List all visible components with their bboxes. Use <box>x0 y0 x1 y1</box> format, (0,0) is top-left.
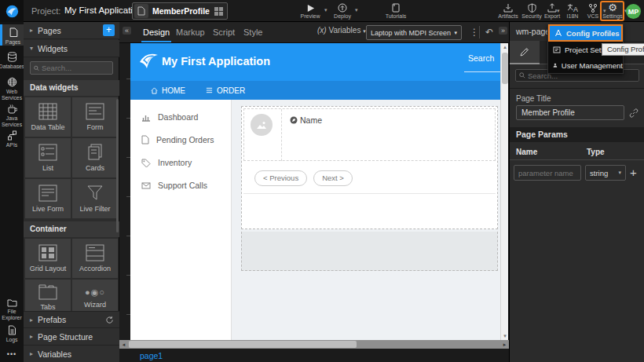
expanded-arrow-icon: ▾ <box>30 45 33 52</box>
param-name-input[interactable] <box>514 165 581 181</box>
data-widgets-grid: Data Table Form List Cards Live Form Liv… <box>25 97 118 218</box>
menu-item-dashboard[interactable]: Dashboard <box>141 112 198 122</box>
add-param-button[interactable]: + <box>630 166 637 179</box>
page-tab-page1[interactable]: page1 <box>140 351 163 360</box>
rail-item-web-services[interactable]: Web Services <box>0 74 24 102</box>
rail-more-button[interactable]: ••• <box>0 347 24 360</box>
canvas-vertical-scrollbar[interactable]: ▴ ▾ <box>500 43 508 340</box>
widget-live-filter[interactable]: Live Filter <box>72 179 118 218</box>
undo-button[interactable]: ↶ <box>485 27 493 38</box>
wavemaker-studio: Project: My First Application › MemberPr… <box>0 0 644 362</box>
rail-item-file-explorer[interactable]: File Explorer <box>0 295 24 322</box>
scroll-down-icon[interactable]: ▾ <box>501 332 509 340</box>
image-placeholder-icon <box>256 120 267 130</box>
settings-button[interactable]: ⚙ Settings <box>601 0 624 22</box>
envelope-icon <box>141 182 151 189</box>
prefabs-section-header[interactable]: ▸ Prefabs <box>24 311 119 328</box>
more-options-kebab-icon[interactable]: ⋮ <box>470 27 479 38</box>
collapse-panel-button[interactable]: « <box>123 27 131 35</box>
search-icon <box>34 65 39 71</box>
tab-design[interactable]: Design <box>141 22 171 42</box>
widget-search-input[interactable] <box>42 64 109 72</box>
tab-markup[interactable]: Markup <box>174 22 207 42</box>
scroll-right-icon[interactable]: ▸ <box>500 340 509 349</box>
page-structure-section-header[interactable]: ▸ Page Structure <box>24 328 119 346</box>
preview-chevron-icon[interactable]: ▾ <box>324 7 327 13</box>
deploy-button[interactable]: Deploy <box>330 0 355 22</box>
widget-form[interactable]: Form <box>72 97 118 137</box>
app-search-underline <box>464 71 500 72</box>
scroll-left-icon[interactable]: ◂ <box>119 340 128 349</box>
app-search-label[interactable]: Search <box>468 53 494 63</box>
scroll-up-icon[interactable]: ▴ <box>501 43 509 51</box>
canvas-horizontal-scrollbar[interactable]: ◂ ▸ <box>119 340 509 349</box>
menu-item-pending-orders[interactable]: Pending Orders <box>141 135 214 144</box>
widget-search[interactable] <box>30 61 113 75</box>
widget-live-form[interactable]: Live Form <box>25 179 71 218</box>
refresh-icon[interactable] <box>105 316 114 324</box>
wavemaker-logo[interactable] <box>0 0 24 22</box>
deploy-chevron-icon[interactable]: ▾ <box>355 7 358 13</box>
i18n-button[interactable]: A I18N <box>561 0 584 22</box>
page-title-input[interactable] <box>516 105 624 120</box>
data-table-icon <box>38 103 57 120</box>
search-icon <box>519 72 525 79</box>
tab-style[interactable]: Style <box>242 22 264 42</box>
page-tabs-bar: page1 <box>119 349 509 362</box>
properties-edit-tab[interactable] <box>510 41 540 64</box>
widget-data-table[interactable]: Data Table <box>25 97 71 137</box>
pages-section-header[interactable]: ▸ Pages + <box>24 22 119 39</box>
footer-placeholder[interactable] <box>241 232 498 271</box>
wizard-icon: ●◉○ <box>85 287 105 298</box>
list-widget-container[interactable]: Name < Previous Next > <box>241 106 498 229</box>
horizontal-scroll-thumb[interactable] <box>129 341 357 348</box>
add-page-button[interactable]: + <box>103 24 115 36</box>
menu-item-support-calls[interactable]: Support Calls <box>141 181 207 190</box>
form-icon <box>86 103 104 120</box>
preview-button[interactable]: Preview <box>297 0 324 22</box>
variables-button[interactable]: (x) Variables ▾ <box>317 26 366 35</box>
app-nav-bar: HOME ORDER <box>130 81 500 100</box>
rail-item-pages[interactable]: Pages <box>0 24 24 46</box>
panel-scrollbar[interactable] <box>116 99 119 232</box>
next-button[interactable]: Next > <box>313 170 353 186</box>
widget-list[interactable]: List <box>25 138 71 177</box>
user-avatar[interactable]: MP <box>626 4 641 19</box>
menu-item-inventory[interactable]: Inventory <box>141 158 192 167</box>
device-select[interactable]: Laptop with MDPI Screen ▾ <box>366 25 462 40</box>
rail-item-databases[interactable]: Databases <box>0 49 24 70</box>
page-title-label: Page Title <box>516 94 551 103</box>
variables-section-header[interactable]: ▸ Variables <box>24 346 119 362</box>
widget-cards[interactable]: Cards <box>72 138 118 177</box>
rail-item-logs[interactable]: Logs <box>0 322 24 343</box>
collapse-right-panel-button[interactable]: » <box>499 27 507 35</box>
tutorials-button[interactable]: Tutorials <box>382 0 410 22</box>
menu-item-user-management[interactable]: User Management <box>548 57 623 73</box>
list-item-card[interactable]: Name <box>243 108 496 161</box>
artifacts-button[interactable]: Artifacts <box>495 0 521 22</box>
param-type-select[interactable]: string ▾ <box>585 165 626 181</box>
rail-item-apis[interactable]: APIs <box>0 127 24 148</box>
nav-item-order[interactable]: ORDER <box>206 86 245 95</box>
tab-script[interactable]: Script <box>211 22 236 42</box>
export-chevron-icon[interactable]: ▾ <box>557 8 560 14</box>
bind-link-icon[interactable] <box>629 108 639 118</box>
design-canvas: My First Application Search HOME ORDER D… <box>130 43 500 340</box>
coffee-cup-icon <box>7 104 17 114</box>
nav-item-home[interactable]: HOME <box>151 86 185 95</box>
vertical-scroll-thumb[interactable] <box>502 53 508 84</box>
pagination-bar: < Previous Next > <box>243 163 496 194</box>
api-nodes-icon <box>7 130 17 141</box>
previous-button[interactable]: < Previous <box>254 170 307 186</box>
app-header[interactable]: My First Application Search <box>130 43 500 81</box>
widgets-section-header[interactable]: ▾ Widgets <box>24 40 119 57</box>
name-field[interactable]: Name <box>290 115 322 125</box>
page-selector-dropdown[interactable]: MemberProfile <box>132 2 228 20</box>
rail-item-java-services[interactable]: Java Services <box>0 101 24 129</box>
panel-divider <box>510 88 644 89</box>
widget-accordion[interactable]: Accordion <box>72 239 118 278</box>
widget-grid-layout[interactable]: Grid Layout <box>25 239 71 278</box>
menu-item-config-profiles[interactable]: Config Profiles <box>548 24 623 42</box>
profile-picture-placeholder[interactable] <box>251 114 273 136</box>
svg-text:A: A <box>573 5 578 13</box>
